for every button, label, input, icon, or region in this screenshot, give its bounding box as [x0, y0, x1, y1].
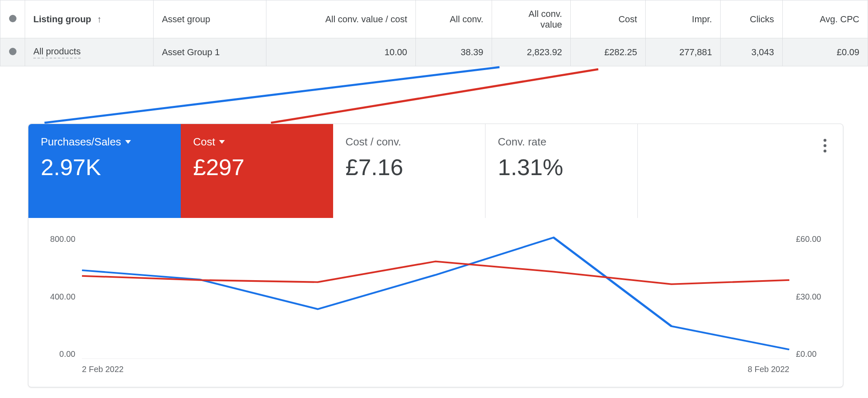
y-tick: 0.00	[34, 349, 75, 359]
col-avg-cpc[interactable]: Avg. CPC	[782, 0, 868, 38]
col-clicks[interactable]: Clicks	[721, 0, 783, 38]
status-dot-icon	[9, 15, 16, 22]
x-tick-start: 2 Feb 2022	[82, 365, 124, 374]
cell-value: Asset Group 1	[162, 47, 220, 57]
cell-value: £0.09	[837, 47, 859, 57]
metrics-card: Purchases/Sales 2.97K Cost £297 Cost / c…	[28, 124, 843, 387]
col-label: Asset group	[162, 14, 210, 24]
tile-label: Purchases/Sales	[41, 136, 168, 148]
tile-label: Conv. rate	[498, 136, 625, 148]
col-listing-group[interactable]: Listing group ↑	[25, 0, 154, 38]
col-label: Clicks	[750, 14, 774, 24]
listing-group-table: Listing group ↑ Asset group All conv. va…	[0, 0, 868, 66]
tile-conv-rate[interactable]: Conv. rate 1.31%	[485, 124, 638, 218]
tile-label: Cost	[193, 136, 321, 148]
svg-line-0	[44, 67, 499, 123]
tile-cost[interactable]: Cost £297	[181, 124, 333, 218]
cell-value: 2,823.92	[527, 47, 562, 57]
kebab-dot-icon	[824, 139, 826, 142]
sort-ascending-icon: ↑	[97, 14, 102, 25]
series-cost	[82, 261, 789, 284]
col-label: All conv.	[450, 14, 483, 24]
col-label: All conv. value / cost	[325, 14, 407, 25]
cell-all-conv-value-cost: 10.00	[266, 38, 415, 66]
col-asset-group[interactable]: Asset group	[154, 0, 266, 38]
tile-value: £7.16	[345, 156, 473, 179]
y-axis-left: 800.00 400.00 0.00	[34, 234, 75, 359]
tile-label-text: Purchases/Sales	[41, 136, 121, 148]
col-label: Impr.	[692, 14, 712, 24]
time-series-chart: 800.00 400.00 0.00 £60.00 £30.00 £0.00 2…	[28, 218, 843, 387]
cell-asset-group: Asset Group 1	[154, 38, 266, 66]
table-row[interactable]: All products Asset Group 1 10.00 38.39 2…	[0, 38, 868, 66]
cell-impr: 277,881	[646, 38, 721, 66]
col-all-conv-value[interactable]: All conv. value	[492, 0, 570, 38]
tile-value: 1.31%	[498, 156, 625, 179]
kebab-dot-icon	[824, 150, 826, 152]
col-all-conv[interactable]: All conv.	[415, 0, 492, 38]
tile-value: 2.97K	[41, 156, 168, 179]
y-axis-right: £60.00 £30.00 £0.00	[796, 234, 837, 359]
svg-line-1	[271, 69, 598, 123]
col-label: Cost	[618, 14, 637, 24]
cell-listing-group[interactable]: All products	[25, 38, 154, 66]
col-label: Listing group	[33, 14, 91, 24]
tile-value: £297	[193, 156, 321, 179]
tile-label-text: Cost	[193, 136, 215, 148]
status-dot-icon	[9, 48, 16, 55]
col-impr[interactable]: Impr.	[646, 0, 721, 38]
cell-all-conv: 38.39	[415, 38, 492, 66]
y-tick: £0.00	[796, 349, 837, 359]
status-header[interactable]	[0, 0, 25, 38]
cell-cost: £282.25	[571, 38, 646, 66]
tile-label-text: Cost / conv.	[345, 136, 401, 148]
cell-clicks: 3,043	[721, 38, 783, 66]
cell-value: All products	[33, 46, 81, 59]
cell-value: £282.25	[604, 47, 637, 57]
tile-purchases-sales[interactable]: Purchases/Sales 2.97K	[28, 124, 181, 218]
cell-value: 3,043	[751, 47, 774, 57]
chevron-down-icon	[125, 140, 131, 144]
row-status[interactable]	[0, 38, 25, 66]
y-tick: £30.00	[796, 292, 837, 302]
more-options-button[interactable]	[819, 134, 831, 157]
kebab-dot-icon	[824, 144, 826, 147]
plot-area[interactable]	[82, 234, 789, 359]
cell-all-conv-value: 2,823.92	[492, 38, 570, 66]
tile-label-text: Conv. rate	[498, 136, 546, 148]
table-header-row: Listing group ↑ Asset group All conv. va…	[0, 0, 868, 38]
y-tick: 800.00	[34, 234, 75, 244]
col-cost[interactable]: Cost	[571, 0, 646, 38]
col-label: Avg. CPC	[820, 14, 859, 24]
col-all-conv-value-cost[interactable]: All conv. value / cost	[266, 0, 415, 38]
col-label: All conv. value	[529, 9, 562, 30]
series-purchases-sales	[82, 238, 789, 350]
cell-value: 38.39	[461, 47, 483, 57]
cell-value: 277,881	[679, 47, 712, 57]
y-tick: £60.00	[796, 234, 837, 244]
y-tick: 400.00	[34, 292, 75, 302]
cell-avg-cpc: £0.09	[782, 38, 868, 66]
tile-label: Cost / conv.	[345, 136, 473, 148]
chevron-down-icon	[219, 140, 225, 144]
chart-svg	[82, 234, 789, 359]
metric-tiles: Purchases/Sales 2.97K Cost £297 Cost / c…	[28, 124, 843, 218]
cell-value: 10.00	[385, 47, 407, 57]
tile-cost-per-conv[interactable]: Cost / conv. £7.16	[333, 124, 485, 218]
x-tick-end: 8 Feb 2022	[748, 365, 789, 374]
x-axis: 2 Feb 2022 8 Feb 2022	[82, 365, 789, 377]
